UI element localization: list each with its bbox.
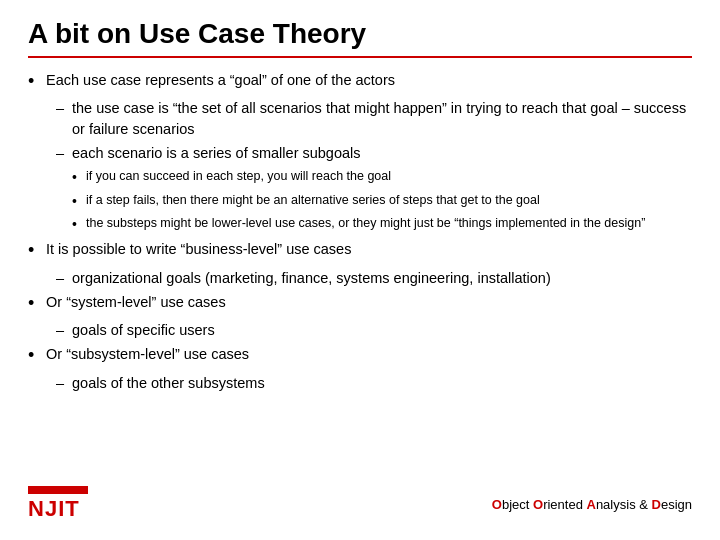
list-item: • Or “subsystem-level” use cases bbox=[28, 344, 692, 367]
slide-title: A bit on Use Case Theory bbox=[28, 18, 692, 58]
brand-a: A bbox=[587, 497, 596, 512]
sub-bullet-dot: • bbox=[72, 191, 86, 211]
dash-symbol: – bbox=[56, 320, 72, 341]
bullet-dot: • bbox=[28, 239, 46, 262]
list-item: • Or “system-level” use cases bbox=[28, 292, 692, 315]
dash-symbol: – bbox=[56, 143, 72, 164]
brand-d: D bbox=[652, 497, 661, 512]
list-item: • Each use case represents a “goal” of o… bbox=[28, 70, 692, 93]
bullet-text: It is possible to write “business-level”… bbox=[46, 239, 692, 260]
slide: A bit on Use Case Theory • Each use case… bbox=[0, 0, 720, 540]
sub-bullet-dot: • bbox=[72, 214, 86, 234]
bullet-dot: • bbox=[28, 292, 46, 315]
list-item: – organizational goals (marketing, finan… bbox=[56, 268, 692, 289]
logo-t: T bbox=[65, 496, 79, 521]
slide-footer: NJIT Object Oriented Analysis & Design bbox=[28, 486, 692, 522]
bullet-dot: • bbox=[28, 70, 46, 93]
dash-symbol: – bbox=[56, 373, 72, 394]
dash-symbol: – bbox=[56, 98, 72, 119]
sub-bullet-list: • if you can succeed in each step, you w… bbox=[72, 167, 692, 234]
dash-text: goals of specific users bbox=[72, 320, 692, 341]
logo-n: N bbox=[28, 496, 45, 521]
dash-text: organizational goals (marketing, finance… bbox=[72, 268, 692, 289]
list-item: • if you can succeed in each step, you w… bbox=[72, 167, 692, 187]
list-item: – the use case is “the set of all scenar… bbox=[56, 98, 692, 140]
njit-logo: NJIT bbox=[28, 486, 88, 522]
brand-o1: O bbox=[492, 497, 502, 512]
list-item: – goals of specific users bbox=[56, 320, 692, 341]
sub-bullet-text: the substeps might be lower-level use ca… bbox=[86, 214, 692, 232]
list-item: – each scenario is a series of smaller s… bbox=[56, 143, 692, 164]
dash-symbol: – bbox=[56, 268, 72, 289]
sub-bullet-text: if you can succeed in each step, you wil… bbox=[86, 167, 692, 185]
list-item: • if a step fails, then there might be a… bbox=[72, 191, 692, 211]
sub-bullet-dot: • bbox=[72, 167, 86, 187]
bullet-text: Or “system-level” use cases bbox=[46, 292, 692, 313]
logo-block: NJIT bbox=[28, 486, 88, 522]
logo-j: J bbox=[45, 496, 58, 521]
list-item: • It is possible to write “business-leve… bbox=[28, 239, 692, 262]
dash-text: the use case is “the set of all scenario… bbox=[72, 98, 692, 140]
bullet-dot: • bbox=[28, 344, 46, 367]
slide-content: • Each use case represents a “goal” of o… bbox=[28, 70, 692, 480]
list-item: – goals of the other subsystems bbox=[56, 373, 692, 394]
brand-text: Object Oriented Analysis & Design bbox=[492, 497, 692, 512]
list-item: • the substeps might be lower-level use … bbox=[72, 214, 692, 234]
logo-letters: NJIT bbox=[28, 496, 88, 522]
sub-bullet-text: if a step fails, then there might be an … bbox=[86, 191, 692, 209]
bullet-text: Each use case represents a “goal” of one… bbox=[46, 70, 692, 91]
bullet-text: Or “subsystem-level” use cases bbox=[46, 344, 692, 365]
logo-bar bbox=[28, 486, 88, 494]
dash-text: goals of the other subsystems bbox=[72, 373, 692, 394]
brand-o2: O bbox=[533, 497, 543, 512]
dash-text: each scenario is a series of smaller sub… bbox=[72, 143, 692, 164]
